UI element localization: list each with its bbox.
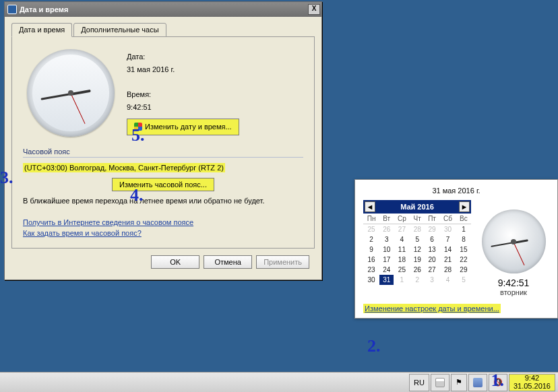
calendar-day[interactable]: 22 xyxy=(456,255,471,265)
close-button[interactable]: X xyxy=(308,4,320,15)
next-month-button[interactable]: ► xyxy=(459,201,470,212)
calendar-day[interactable]: 13 xyxy=(425,244,439,255)
tray-action-center[interactable]: ⚑ xyxy=(451,374,467,391)
calendar-day[interactable]: 9 xyxy=(363,244,379,255)
calendar-day[interactable]: 4 xyxy=(439,275,456,285)
prev-month-button[interactable]: ◄ xyxy=(365,201,375,212)
calendar: ◄ Май 2016 ► ПнВтСрЧтПтСбВс 252627282930… xyxy=(363,200,471,285)
calendar-dow: Сб xyxy=(439,214,456,224)
calendar-day[interactable]: 29 xyxy=(425,224,439,235)
calendar-day[interactable]: 3 xyxy=(425,275,439,285)
timezone-header: Часовой пояс xyxy=(23,146,303,158)
calendar-day[interactable]: 12 xyxy=(410,244,425,255)
calendar-day[interactable]: 14 xyxy=(439,244,456,255)
calendar-day[interactable]: 17 xyxy=(379,255,394,265)
calendar-day[interactable]: 28 xyxy=(439,265,456,275)
calendar-dow: Чт xyxy=(410,214,425,224)
cancel-button[interactable]: Отмена xyxy=(204,255,252,269)
calendar-day[interactable]: 27 xyxy=(425,265,439,275)
time-value: 9:42:51 xyxy=(127,101,239,114)
titlebar-icon xyxy=(7,5,17,14)
tabpanel: Дата: 31 мая 2016 г. Время: 9:42:51 Изме… xyxy=(11,37,315,249)
calendar-day[interactable]: 25 xyxy=(394,265,410,275)
analog-clock xyxy=(27,49,115,137)
titlebar-text: Дата и время xyxy=(20,5,307,13)
popup-date-heading: 31 мая 2016 г. xyxy=(363,187,549,195)
calendar-dow: Вт xyxy=(379,214,394,224)
dialog-body: Дата и время Дополнительные часы Дата: 3… xyxy=(5,17,321,280)
calendar-dow: Вс xyxy=(456,214,471,224)
tray-network[interactable] xyxy=(468,374,487,391)
date-time-dialog: Дата и время X Дата и время Дополнительн… xyxy=(4,1,322,280)
calendar-day[interactable]: 31 xyxy=(379,275,394,285)
calendar-header: ◄ Май 2016 ► xyxy=(363,200,471,214)
change-date-time-button[interactable]: Изменить дату и время... xyxy=(127,119,239,135)
flag-icon-2: ⚑ xyxy=(456,378,462,387)
calendar-day[interactable]: 5 xyxy=(410,234,425,244)
link-how-to-set[interactable]: Как задать время и часовой пояс? xyxy=(23,229,142,237)
tray-time: 9:42 xyxy=(525,374,539,383)
calendar-day[interactable]: 4 xyxy=(394,234,410,244)
tray-datetime-popup: 31 мая 2016 г. ◄ Май 2016 ► ПнВтСрЧтПтСб… xyxy=(354,179,558,319)
calendar-day[interactable]: 21 xyxy=(439,255,456,265)
network-icon xyxy=(473,378,483,387)
tray-date: 31.05.2016 xyxy=(514,383,551,391)
popup-dayofweek: вторник xyxy=(500,288,527,296)
ok-button[interactable]: OK xyxy=(151,255,199,269)
calendar-day[interactable]: 1 xyxy=(456,224,471,235)
calendar-day[interactable]: 29 xyxy=(456,265,471,275)
tab-additional-clocks[interactable]: Дополнительные часы xyxy=(73,23,166,37)
language-indicator[interactable]: RU xyxy=(409,374,429,391)
calendar-day[interactable]: 1 xyxy=(394,275,410,285)
calendar-day[interactable]: 20 xyxy=(425,255,439,265)
dialog-buttons: OK Отмена Применить xyxy=(11,249,315,271)
calendar-day[interactable]: 10 xyxy=(379,244,394,255)
calendar-day[interactable]: 7 xyxy=(439,234,456,244)
link-online-tz-info[interactable]: Получить в Интернете сведения о часовом … xyxy=(23,218,193,226)
dst-note: В ближайшее время перехода на летнее вре… xyxy=(23,197,303,205)
calendar-day[interactable]: 28 xyxy=(410,224,425,235)
date-label: Дата: xyxy=(127,51,239,63)
calendar-dow: Пт xyxy=(425,214,439,224)
tray-volume[interactable]: 🔇 xyxy=(489,374,507,391)
change-timezone-button[interactable]: Изменить часовой пояс... xyxy=(112,178,214,191)
calendar-day[interactable]: 5 xyxy=(456,275,471,285)
calendar-dow: Пн xyxy=(363,214,379,224)
annotation-2: 2. xyxy=(367,336,381,356)
flag-icon xyxy=(435,378,445,387)
calendar-day[interactable]: 8 xyxy=(456,234,471,244)
calendar-day[interactable]: 18 xyxy=(394,255,410,265)
calendar-day[interactable]: 30 xyxy=(363,275,379,285)
volume-icon: 🔇 xyxy=(493,378,503,387)
calendar-day[interactable]: 2 xyxy=(410,275,425,285)
calendar-day[interactable]: 15 xyxy=(456,244,471,255)
popup-analog-clock xyxy=(482,209,546,273)
calendar-day[interactable]: 23 xyxy=(363,265,379,275)
tray-clock[interactable]: 9:42 31.05.2016 xyxy=(509,374,555,391)
tab-date-time[interactable]: Дата и время xyxy=(11,23,72,37)
calendar-day[interactable]: 26 xyxy=(410,265,425,275)
taskbar: RU ⚑ 🔇 9:42 31.05.2016 xyxy=(0,372,558,392)
tabstrip: Дата и время Дополнительные часы xyxy=(11,22,315,37)
apply-button[interactable]: Применить xyxy=(256,255,309,269)
popup-time: 9:42:51 xyxy=(498,277,530,288)
calendar-day[interactable]: 3 xyxy=(379,234,394,244)
date-value: 31 мая 2016 г. xyxy=(127,63,239,76)
calendar-grid[interactable]: ПнВтСрЧтПтСбВс 2526272829301234567891011… xyxy=(363,214,471,285)
tray-overflow[interactable] xyxy=(431,374,450,391)
calendar-day[interactable]: 16 xyxy=(363,255,379,265)
calendar-day[interactable]: 25 xyxy=(363,224,379,235)
calendar-day[interactable]: 30 xyxy=(439,224,456,235)
titlebar[interactable]: Дата и время X xyxy=(5,2,321,17)
calendar-day[interactable]: 6 xyxy=(425,234,439,244)
calendar-day[interactable]: 27 xyxy=(394,224,410,235)
calendar-day[interactable]: 2 xyxy=(363,234,379,244)
calendar-month-label: Май 2016 xyxy=(400,203,434,211)
change-datetime-settings-link[interactable]: Изменение настроек даты и времени... xyxy=(363,304,501,313)
calendar-day[interactable]: 24 xyxy=(379,265,394,275)
calendar-day[interactable]: 11 xyxy=(394,244,410,255)
calendar-day[interactable]: 26 xyxy=(379,224,394,235)
calendar-day[interactable]: 19 xyxy=(410,255,425,265)
time-label: Время: xyxy=(127,88,239,101)
date-time-text: Дата: 31 мая 2016 г. Время: 9:42:51 Изме… xyxy=(127,46,239,139)
